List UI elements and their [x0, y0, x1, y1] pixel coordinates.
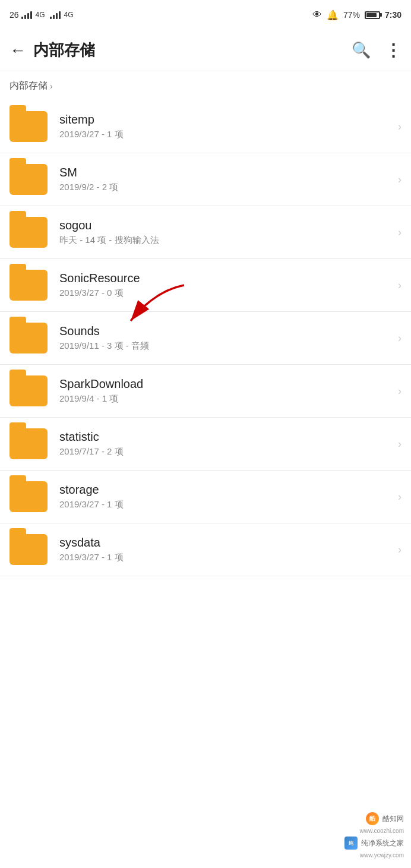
folder-name: SparkDownload — [59, 377, 393, 391]
chevron-right-icon: › — [398, 491, 401, 503]
folder-icon — [10, 164, 48, 195]
folder-meta: 2019/9/11 - 3 项 - 音频 — [59, 340, 393, 352]
folder-icon — [10, 481, 48, 512]
chevron-right-icon: › — [398, 173, 401, 186]
folder-name: storage — [59, 483, 393, 497]
chevron-right-icon: › — [398, 544, 401, 556]
folder-item-sogou[interactable]: sogou 昨天 - 14 项 - 搜狗输入法 › — [0, 206, 411, 259]
folder-meta: 昨天 - 14 项 - 搜狗输入法 — [59, 235, 393, 246]
folder-info: storage 2019/3/27 - 1 项 — [59, 483, 393, 510]
battery-percent: 77% — [343, 10, 360, 20]
chevron-right-icon: › — [398, 332, 401, 345]
chevron-right-icon: › — [398, 385, 401, 397]
folder-item-storage[interactable]: storage 2019/3/27 - 1 项 › — [0, 471, 411, 523]
header: ← 内部存储 🔍 ⋮ — [0, 30, 411, 71]
folder-info: SM 2019/9/2 - 2 项 — [59, 166, 393, 193]
folder-name: sysdata — [59, 536, 393, 550]
watermark-text-2: 纯净系统之家 — [361, 838, 404, 848]
folder-item-sonicresource[interactable]: SonicResource 2019/3/27 - 0 项 › — [0, 259, 411, 312]
folder-item-sparkdownload[interactable]: SparkDownload 2019/9/4 - 1 项 › — [0, 365, 411, 418]
folder-item-sitemp[interactable]: sitemp 2019/3/27 - 1 项 › — [0, 100, 411, 153]
folder-info: Sounds 2019/9/11 - 3 项 - 音频 — [59, 324, 393, 352]
watermark-item-1: 酷 酷知网 — [366, 812, 404, 825]
eye-icon: 👁 — [312, 10, 322, 20]
more-button[interactable]: ⋮ — [385, 40, 401, 60]
folder-item-sounds[interactable]: Sounds 2019/9/11 - 3 项 - 音频 › — [0, 312, 411, 365]
folder-info: SparkDownload 2019/9/4 - 1 项 — [59, 377, 393, 405]
alarm-icon: 🔔 — [327, 10, 339, 21]
status-left: 26 4G 4G — [10, 10, 74, 20]
breadcrumb-root[interactable]: 内部存储 — [10, 80, 48, 92]
watermark-logo-2: 纯 — [344, 837, 358, 850]
chevron-right-icon: › — [398, 438, 401, 450]
watermark-text-1: 酷知网 — [382, 814, 404, 824]
folder-meta: 2019/3/27 - 1 项 — [59, 552, 393, 563]
header-icons: 🔍 ⋮ — [352, 40, 401, 60]
page-title: 内部存储 — [33, 40, 352, 61]
signal-bars-1 — [21, 11, 32, 19]
folder-info: sogou 昨天 - 14 项 - 搜狗输入法 — [59, 219, 393, 246]
status-right: 👁 🔔 77% 7:30 — [312, 10, 401, 21]
folder-meta: 2019/3/27 - 0 项 — [59, 288, 393, 299]
folder-name: SonicResource — [59, 272, 393, 285]
folder-icon — [10, 375, 48, 406]
back-button[interactable]: ← — [10, 41, 26, 60]
chevron-right-icon: › — [398, 121, 401, 133]
folder-info: statistic 2019/7/17 - 2 项 — [59, 430, 393, 457]
folder-icon — [10, 428, 48, 459]
status-bar: 26 4G 4G 👁 🔔 77% 7:30 — [0, 0, 411, 30]
folder-meta: 2019/3/27 - 1 项 — [59, 129, 393, 140]
watermark-url-1: www.coozhi.com — [360, 828, 404, 834]
breadcrumb: 内部存储 › — [0, 71, 411, 100]
time-display: 7:30 — [385, 10, 401, 20]
network-indicator: 26 — [10, 10, 19, 20]
folder-info: sysdata 2019/3/27 - 1 项 — [59, 536, 393, 563]
network-type-2: 4G — [64, 11, 74, 19]
chevron-right-icon: › — [398, 226, 401, 239]
search-button[interactable]: 🔍 — [352, 41, 371, 59]
folder-meta: 2019/3/27 - 1 项 — [59, 499, 393, 510]
watermark: 酷 酷知网 www.coozhi.com 纯 纯净系统之家 www.ycwjzy… — [344, 812, 404, 858]
folder-icon — [10, 111, 48, 142]
folder-name-sounds: Sounds — [59, 324, 393, 338]
folder-icon — [10, 323, 48, 353]
folder-list: sitemp 2019/3/27 - 1 项 › SM 2019/9/2 - 2… — [0, 100, 411, 576]
signal-bars-2 — [50, 11, 61, 19]
folder-meta: 2019/7/17 - 2 项 — [59, 446, 393, 457]
folder-name: sogou — [59, 219, 393, 232]
folder-icon — [10, 270, 48, 301]
folder-name: sitemp — [59, 113, 393, 127]
folder-info: SonicResource 2019/3/27 - 0 项 — [59, 272, 393, 299]
folder-info: sitemp 2019/3/27 - 1 项 — [59, 113, 393, 140]
folder-name: SM — [59, 166, 393, 179]
chevron-right-icon: › — [398, 279, 401, 292]
folder-name: statistic — [59, 430, 393, 444]
watermark-logo-1: 酷 — [366, 812, 379, 825]
breadcrumb-separator: › — [50, 81, 53, 91]
battery-icon — [365, 11, 380, 19]
watermark-url-2: www.ycwjzy.com — [360, 852, 404, 858]
folder-item-sm[interactable]: SM 2019/9/2 - 2 项 › — [0, 153, 411, 206]
folder-icon — [10, 534, 48, 565]
folder-icon — [10, 217, 48, 248]
folder-meta: 2019/9/4 - 1 项 — [59, 393, 393, 405]
watermark-item-2: 纯 纯净系统之家 — [344, 837, 404, 850]
folder-meta: 2019/9/2 - 2 项 — [59, 182, 393, 193]
folder-item-sysdata[interactable]: sysdata 2019/3/27 - 1 项 › — [0, 523, 411, 576]
network-type-1: 4G — [36, 11, 45, 19]
folder-item-statistic[interactable]: statistic 2019/7/17 - 2 项 › — [0, 418, 411, 471]
